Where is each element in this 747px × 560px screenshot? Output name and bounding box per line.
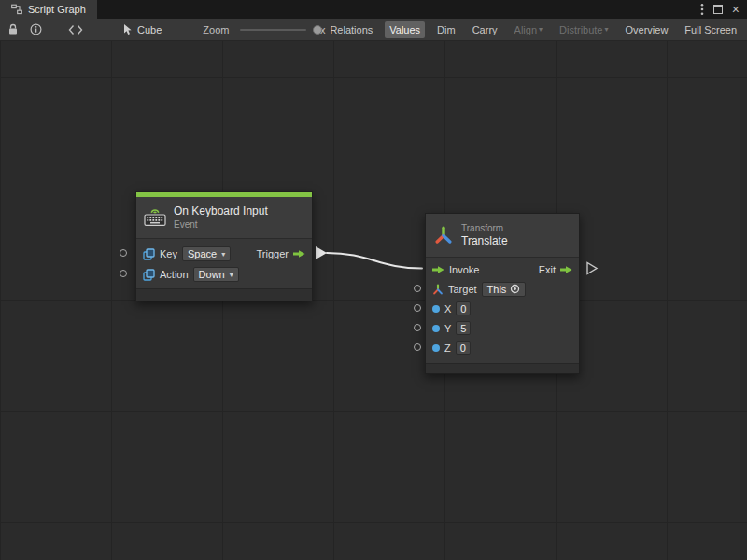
lock-icon[interactable]	[7, 23, 19, 35]
action-dropdown[interactable]: Down ▾	[193, 267, 239, 282]
input-port-z[interactable]	[414, 343, 421, 351]
transform-mini-icon	[432, 284, 444, 295]
input-port-key[interactable]	[120, 249, 127, 257]
close-icon[interactable]: ×	[732, 3, 740, 16]
input-port-y[interactable]	[414, 324, 421, 331]
zoom-label: Zoom	[203, 24, 229, 35]
node-on-keyboard-input[interactable]: On Keyboard Input Event Key Space ▾	[135, 191, 313, 301]
x-label: X	[444, 303, 451, 315]
unity-script-graph-window: Script Graph × Cube Zoom	[0, 0, 747, 560]
z-value-field[interactable]: 0	[456, 341, 471, 355]
node-subtitle: Event	[174, 218, 268, 231]
keyboard-icon	[144, 208, 166, 227]
z-label: Z	[444, 343, 451, 354]
wire-start-arrow[interactable]	[316, 246, 327, 259]
dim-button[interactable]: Dim	[432, 21, 460, 38]
action-label: Action	[160, 269, 189, 280]
target-row: Target This	[426, 279, 579, 299]
field-icon	[143, 269, 155, 281]
key-dropdown-value: Space	[188, 248, 217, 259]
toolbar-button-group: Relations Values Dim Carry Align ▾ Distr…	[325, 21, 741, 38]
y-value-field[interactable]: 5	[456, 321, 471, 335]
key-label: Key	[160, 248, 177, 259]
cursor-icon	[122, 23, 133, 35]
input-port-action[interactable]	[120, 270, 127, 277]
input-port-x[interactable]	[414, 304, 421, 312]
node-body: Key Space ▾ Trigger Ac	[136, 239, 312, 288]
target-value: This	[487, 284, 507, 295]
x-port-dot[interactable]	[432, 305, 440, 313]
exit-label: Exit	[539, 264, 556, 275]
y-row: Y 5	[426, 318, 579, 338]
exit-continuation-arrow[interactable]	[587, 263, 597, 274]
align-label: Align	[514, 24, 537, 35]
exit-output-port[interactable]	[560, 265, 572, 274]
target-picker-icon	[510, 284, 520, 294]
trigger-output-port[interactable]	[293, 249, 305, 259]
target-label: Target	[448, 284, 477, 295]
trigger-label: Trigger	[257, 248, 289, 259]
z-port-dot[interactable]	[432, 344, 440, 352]
full-screen-button[interactable]: Full Screen	[680, 21, 741, 38]
key-dropdown[interactable]: Space ▾	[182, 246, 231, 261]
tab-script-graph[interactable]: Script Graph	[0, 0, 97, 19]
invoke-input-port[interactable]	[432, 265, 444, 274]
maximize-icon[interactable]	[713, 5, 723, 14]
values-button[interactable]: Values	[385, 21, 425, 38]
invoke-label: Invoke	[449, 264, 479, 275]
action-row: Action Down ▾	[136, 264, 312, 285]
carry-button[interactable]: Carry	[468, 21, 502, 38]
distribute-label: Distribute	[559, 24, 602, 35]
selected-object[interactable]: Cube	[122, 23, 162, 35]
tab-title: Script Graph	[28, 4, 86, 15]
transform-icon	[433, 225, 454, 245]
chevron-down-icon: ▾	[539, 25, 543, 34]
connection-wire[interactable]	[327, 253, 422, 269]
distribute-dropdown-button[interactable]: Distribute ▾	[555, 21, 613, 38]
node-category: Transform	[461, 222, 508, 234]
y-port-dot[interactable]	[432, 325, 440, 332]
graph-toolbar: Cube Zoom 1x Relations Values Dim Carry …	[0, 19, 747, 41]
title-bar: Script Graph ×	[0, 0, 747, 19]
x-value-field[interactable]: 0	[456, 301, 471, 315]
node-footer	[426, 363, 579, 373]
target-object-chip[interactable]: This	[482, 282, 527, 297]
graph-canvas[interactable]: On Keyboard Input Event Key Space ▾	[0, 41, 747, 560]
chevron-down-icon: ▾	[221, 250, 225, 259]
info-icon[interactable]	[30, 23, 42, 35]
action-dropdown-value: Down	[199, 269, 225, 280]
chevron-down-icon: ▾	[605, 25, 609, 34]
zoom-slider-thumb[interactable]	[313, 25, 322, 35]
invoke-row: Invoke Exit	[426, 259, 579, 279]
node-header[interactable]: On Keyboard Input Event	[136, 197, 312, 239]
chevron-down-icon: ▾	[230, 271, 233, 279]
script-graph-icon	[11, 4, 22, 15]
node-header[interactable]: Transform Translate	[426, 214, 579, 258]
x-row: X 0	[426, 299, 579, 318]
connection-layer	[0, 41, 747, 560]
field-icon	[143, 248, 155, 260]
zoom-slider[interactable]	[240, 29, 305, 31]
node-footer	[136, 288, 312, 301]
window-controls: ×	[700, 0, 747, 19]
overview-button[interactable]: Overview	[621, 21, 673, 38]
code-inspector-icon[interactable]	[68, 24, 83, 35]
object-name: Cube	[137, 24, 162, 35]
align-dropdown-button[interactable]: Align ▾	[510, 21, 547, 38]
node-translate[interactable]: Transform Translate Invoke Exit	[425, 213, 580, 374]
kebab-menu-icon[interactable]	[700, 3, 704, 16]
input-port-target[interactable]	[414, 285, 421, 292]
relations-button[interactable]: Relations	[325, 21, 377, 38]
node-title: On Keyboard Input	[174, 204, 268, 219]
node-title: Translate	[461, 234, 508, 249]
y-label: Y	[444, 323, 451, 334]
z-row: Z 0	[426, 338, 579, 357]
key-row: Key Space ▾ Trigger	[136, 244, 312, 264]
node-body: Invoke Exit Target This	[426, 258, 579, 363]
